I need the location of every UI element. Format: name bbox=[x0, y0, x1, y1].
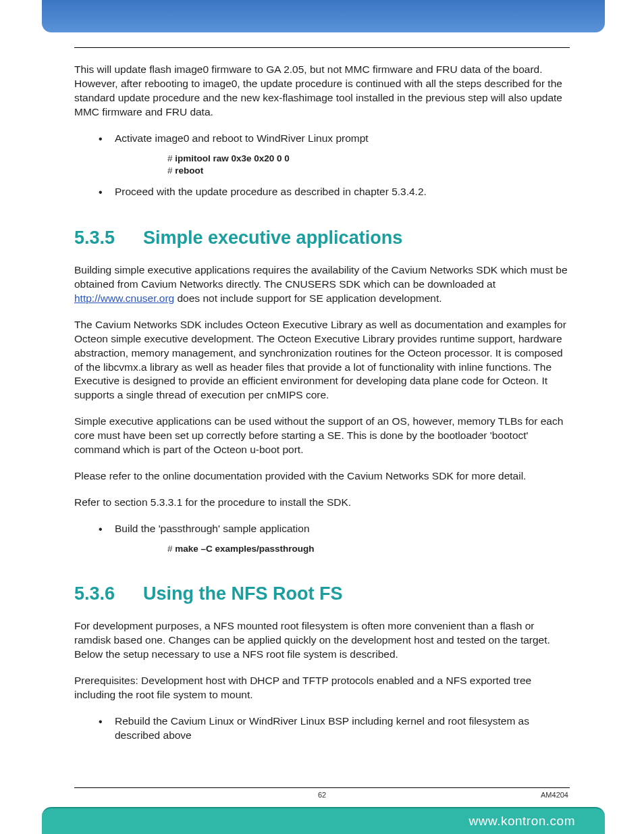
code-line: ipmitool raw 0x3e 0x20 0 0 bbox=[167, 153, 570, 165]
page-footer: 62 AM4204 bbox=[74, 775, 570, 799]
list-item: Proceed with the update procedure as des… bbox=[74, 185, 570, 199]
page-content: This will update flash image0 firmware t… bbox=[74, 47, 570, 754]
footer-band: www.kontron.com bbox=[42, 807, 605, 834]
paragraph: Building simple executive applications r… bbox=[74, 263, 570, 306]
text-run: does not include support for SE applicat… bbox=[174, 292, 441, 304]
intro-paragraph: This will update flash image0 firmware t… bbox=[74, 63, 570, 120]
bullet-text: Build the 'passthrough' sample applicati… bbox=[115, 523, 310, 534]
code-line: reboot bbox=[167, 165, 570, 177]
section-heading-535: 5.3.5Simple executive applications bbox=[74, 228, 570, 249]
section-number: 5.3.5 bbox=[74, 228, 143, 249]
page-number: 62 bbox=[318, 791, 326, 799]
bullet-list-536: Rebuild the Cavium Linux or WindRiver Li… bbox=[74, 714, 570, 743]
list-item: Build the 'passthrough' sample applicati… bbox=[74, 522, 570, 555]
section-title: Using the NFS Root FS bbox=[143, 583, 342, 604]
bullet-list-535: Build the 'passthrough' sample applicati… bbox=[74, 522, 570, 555]
cnuser-link[interactable]: http://www.cnuser.org bbox=[74, 292, 174, 304]
paragraph: Prerequisites: Development host with DHC… bbox=[74, 674, 570, 702]
section-title: Simple executive applications bbox=[143, 228, 402, 248]
bullet-text: Activate image0 and reboot to WindRiver … bbox=[115, 132, 369, 144]
list-item: Activate image0 and reboot to WindRiver … bbox=[74, 132, 570, 177]
bullet-list-a: Activate image0 and reboot to WindRiver … bbox=[74, 132, 570, 199]
code-line: make –C examples/passthrough bbox=[167, 543, 570, 555]
section-number: 5.3.6 bbox=[74, 583, 143, 604]
header-band bbox=[42, 0, 605, 32]
paragraph: The Cavium Networks SDK includes Octeon … bbox=[74, 318, 570, 403]
top-rule bbox=[74, 47, 570, 48]
code-block: make –C examples/passthrough bbox=[167, 543, 570, 555]
paragraph: Refer to section 5.3.3.1 for the procedu… bbox=[74, 496, 570, 510]
code-block: ipmitool raw 0x3e 0x20 0 0 reboot bbox=[167, 153, 570, 177]
doc-id: AM4204 bbox=[541, 791, 568, 799]
list-item: Rebuild the Cavium Linux or WindRiver Li… bbox=[74, 714, 570, 743]
text-run: Building simple executive applications r… bbox=[74, 264, 568, 290]
paragraph: Simple executive applications can be use… bbox=[74, 415, 570, 457]
paragraph: Please refer to the online documentation… bbox=[74, 469, 570, 484]
footer-url: www.kontron.com bbox=[469, 814, 575, 829]
paragraph: For development purposes, a NFS mounted … bbox=[74, 619, 570, 662]
section-heading-536: 5.3.6Using the NFS Root FS bbox=[74, 583, 570, 604]
footer-row: 62 AM4204 bbox=[74, 788, 570, 799]
